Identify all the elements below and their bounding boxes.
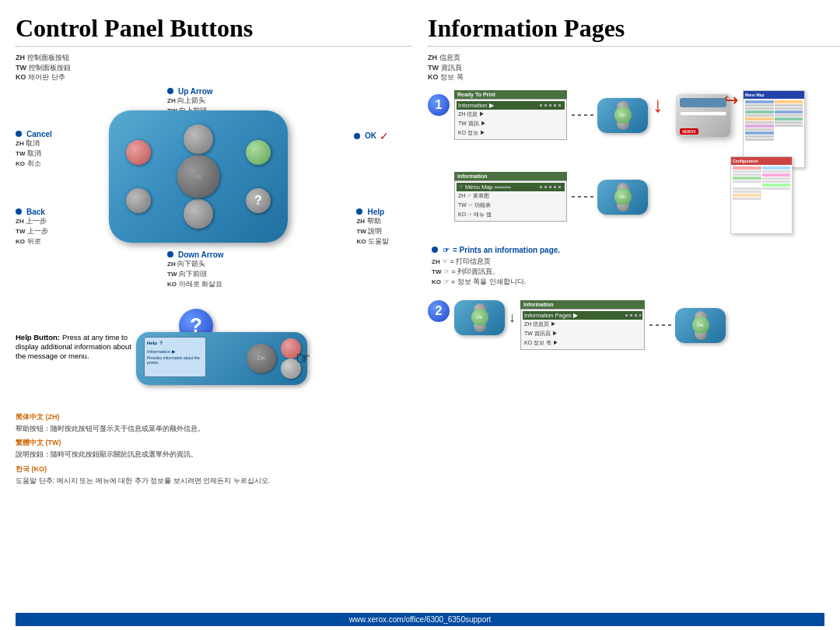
screen1-row2: ZH 信息 ▶: [457, 110, 565, 119]
step2-num-text: 2: [436, 304, 443, 318]
thumb2-b6: [733, 184, 761, 187]
thumb1-c2b6: [775, 117, 803, 121]
step1-screen2-connector: OK: [572, 180, 648, 215]
mini-ok-btn: OK: [247, 344, 276, 373]
ok-button[interactable]: [246, 140, 271, 165]
right-subtitle: ZH 信息页 TW 資訊頁 KO 정보 쪽: [428, 53, 840, 82]
thumb1-block10: [745, 131, 774, 135]
left-subtitle: ZH 控制面板按钮 TW 控制面板按鈕 KO 제어판 단추: [16, 53, 412, 82]
cluster2-ok: OK: [614, 188, 632, 205]
r-ko-label: KO: [428, 73, 439, 81]
r-ko-text: 정보 쪽: [440, 73, 464, 81]
prints-info-tw: TW ☞ = 列印資訊頁。: [432, 267, 840, 277]
step1-number: 1: [428, 94, 450, 116]
ko-section-title: 한국 (KO): [16, 464, 412, 474]
step2-dots: [625, 314, 641, 317]
screen2-row2: ZH ☞ 菜单图: [457, 191, 565, 201]
screen1-body: Information ▶ ZH 信息 ▶ TW 資訊 ▶ KO 정보 ▶: [454, 99, 567, 140]
thumb1-block5: [745, 114, 774, 117]
ko-section: 한국 (KO) 도움말 단추: 메시지 또는 메뉴에 대한 추가 정보를 보시려…: [16, 464, 412, 486]
thumb2-c2b6: [762, 184, 791, 187]
tw-section-text: 說明按鈕：隨時可按此按鈕顯示關於訊息或選單外的資訊。: [16, 450, 412, 460]
back-ko: 뒤로: [27, 237, 41, 245]
cancel-zh: 取消: [26, 139, 40, 147]
screen1-header: Ready To Print: [454, 90, 567, 99]
ko-section-text: 도움말 단추: 메시지 또는 메뉴에 대한 추가 정보를 보시려면 언제든지 누…: [16, 476, 412, 486]
r-tw-label: TW: [428, 64, 439, 72]
right-panel: Information Pages ZH 信息页 TW 資訊頁 KO 정보 쪽 …: [412, 14, 840, 622]
btn-cluster-2: OK: [597, 180, 648, 215]
prints-info-text: = Prints an information page.: [453, 246, 560, 254]
thumb1-col1: [745, 100, 774, 142]
printer-paper-slot: [680, 111, 726, 116]
finger-icon: ☞: [296, 348, 311, 369]
thumb1-block3: [745, 107, 774, 110]
thumb2-header: Configuration: [731, 157, 792, 165]
back-tw: 上一步: [27, 227, 48, 235]
step2-row1: Information Pages ▶: [523, 311, 642, 320]
thumb2-col2: [762, 166, 791, 201]
prints-zh-text: ☞ = 打印信息页: [442, 257, 491, 265]
ok-checkmark: ✓: [380, 130, 389, 142]
down-ko: 아래로 화살표: [179, 280, 223, 288]
up-arrow-label: Up Arrow: [178, 87, 213, 96]
thumb1-block9: [745, 128, 774, 131]
url-text: www.xerox.com/office/6300_6350support: [349, 615, 492, 624]
down-zh: 向下箭头: [177, 260, 205, 268]
xerox-logo: XEROX: [680, 128, 698, 135]
ok-label: OK: [365, 131, 376, 140]
help-button-title: Help Button:: [16, 333, 60, 341]
back-callout: Back ZH 上一步 TW 上一步 KO 뒤로: [16, 208, 48, 247]
up-zh-text: 向上箭头: [177, 96, 205, 104]
down-button[interactable]: [184, 199, 213, 229]
help-panel-mini: Help ？ Information ▶ Provides informatio…: [136, 332, 307, 385]
screen2-row4: KO ☞ 메뉴 맵: [457, 210, 565, 219]
up-button[interactable]: [184, 124, 213, 154]
screen2-body: ☞ Menu Map ════ ZH ☞ 菜单图 TW ☞ 功能表 KO ☞ 메…: [454, 180, 567, 222]
btn-cluster-4: OK: [675, 308, 726, 343]
red-arrow-1: ↓: [653, 94, 663, 116]
thumb1-c2b3: [775, 107, 803, 110]
thumb1-header: Menu Map: [744, 91, 804, 99]
cancel-ko: 취소: [27, 159, 41, 167]
thumb1-block11: [745, 135, 774, 138]
thumb2-b5: [733, 180, 761, 183]
tw-subtitle: 控制面板按鈕: [29, 64, 71, 72]
cancel-button[interactable]: [126, 140, 151, 165]
url-bar[interactable]: www.xerox.com/office/6300_6350support: [16, 613, 824, 626]
thumb2-content: [731, 165, 792, 202]
screen2-row3: TW ☞ 功能表: [457, 201, 565, 210]
help-button-shape[interactable]: ?: [246, 188, 271, 213]
printer-top-panel: [680, 98, 726, 107]
help-text-block: Help Button: Press at any time to displa…: [16, 332, 132, 360]
screen2-row1: ☞ Menu Map ════: [457, 183, 565, 191]
zh-subtitle: 控制面板按钮: [27, 54, 69, 61]
screen2-dots: [540, 186, 563, 188]
step2-row3: TW 資訊頁 ▶: [523, 329, 642, 338]
thumb1-c2b2: [775, 104, 803, 107]
thumb2-b3: [733, 173, 761, 176]
r-zh-text: 信息页: [439, 54, 460, 61]
thumb1-block7: [745, 121, 774, 124]
thumb2-b7: [733, 187, 761, 190]
step2-screen-body: Information Pages ▶ ZH 信息页 ▶ TW 資訊頁 ▶ KO…: [520, 309, 645, 350]
btn-cluster-3: OK: [454, 300, 505, 335]
step2-cluster-area: OK ↓: [454, 300, 516, 335]
ok-callout: OK ✓: [354, 130, 389, 142]
help-label: Help: [367, 208, 384, 216]
cluster1-ok: OK: [614, 107, 632, 124]
ko-subtitle: 제어판 단추: [28, 73, 65, 81]
printer-body: XEROX: [676, 94, 730, 137]
thumb2-c2b1: [762, 166, 791, 170]
back-button[interactable]: [126, 188, 151, 213]
zh-section-title: 简体中文 (ZH): [16, 412, 412, 422]
down-arrow-callout: Down Arrow ZH 向下箭头 TW 向下前頭 KO 아래로 화살표: [167, 250, 224, 289]
step1-screen1: Ready To Print Information ▶ ZH 信息 ▶ TW …: [454, 90, 567, 140]
thumb2-b9: [733, 194, 761, 197]
help-screen-line2: Information ▶: [147, 348, 203, 354]
ok-center-button[interactable]: OK: [177, 155, 220, 198]
thumb2-b2: [733, 170, 761, 173]
thumb2-b4: [733, 177, 761, 180]
up-zh-label: ZH: [167, 97, 176, 104]
step1-connector: OK: [572, 98, 648, 133]
